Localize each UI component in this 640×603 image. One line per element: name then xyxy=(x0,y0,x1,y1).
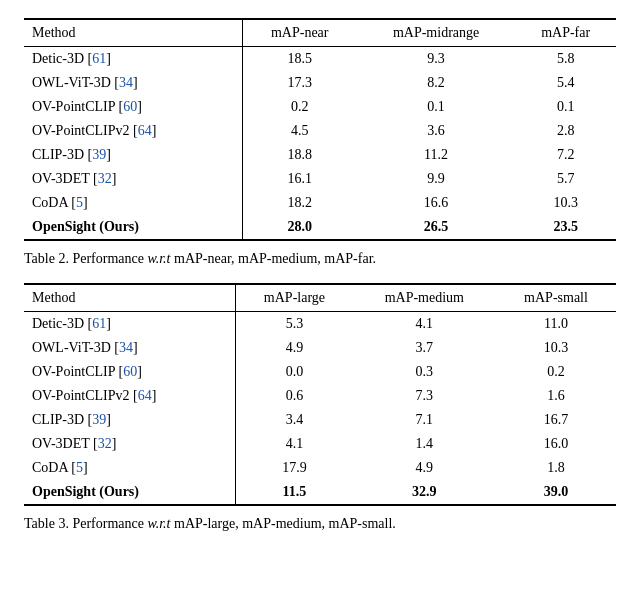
table-row: CoDA [5]17.94.91.8 xyxy=(24,456,616,480)
data-cell: 0.0 xyxy=(236,360,353,384)
table-row: Detic-3D [61]18.59.35.8 xyxy=(24,47,616,72)
data-cell: 3.4 xyxy=(236,408,353,432)
data-cell: 5.7 xyxy=(515,167,616,191)
data-cell: 7.1 xyxy=(353,408,496,432)
data-cell: 4.1 xyxy=(353,312,496,337)
data-cell: 23.5 xyxy=(515,215,616,240)
data-cell: 16.0 xyxy=(496,432,616,456)
data-cell: 0.2 xyxy=(496,360,616,384)
data-cell: 4.5 xyxy=(242,119,357,143)
method-cell: CLIP-3D [39] xyxy=(24,408,236,432)
method-cell: OV-PointCLIPv2 [64] xyxy=(24,384,236,408)
data-cell: 0.3 xyxy=(353,360,496,384)
data-cell: 16.1 xyxy=(242,167,357,191)
method-cell: OV-PointCLIP [60] xyxy=(24,95,242,119)
data-cell: 5.8 xyxy=(515,47,616,72)
table-row: OV-PointCLIP [60]0.20.10.1 xyxy=(24,95,616,119)
table1-header-row: Method mAP-near mAP-midrange mAP-far xyxy=(24,19,616,47)
table1-col-midrange: mAP-midrange xyxy=(357,19,515,47)
table2-col-method: Method xyxy=(24,284,236,312)
method-cell: OV-3DET [32] xyxy=(24,167,242,191)
data-cell: 3.7 xyxy=(353,336,496,360)
table1-caption: Table 2. Performance w.r.t mAP-near, mAP… xyxy=(24,251,616,267)
table-row: OV-3DET [32]16.19.95.7 xyxy=(24,167,616,191)
data-cell: 1.8 xyxy=(496,456,616,480)
data-cell: 3.6 xyxy=(357,119,515,143)
method-cell: CLIP-3D [39] xyxy=(24,143,242,167)
table2-caption-text: Table 3. Performance w.r.t mAP-large, mA… xyxy=(24,516,396,531)
method-cell: OWL-ViT-3D [34] xyxy=(24,336,236,360)
data-cell: 5.4 xyxy=(515,71,616,95)
data-cell: 0.1 xyxy=(515,95,616,119)
data-cell: 9.3 xyxy=(357,47,515,72)
data-cell: 26.5 xyxy=(357,215,515,240)
data-cell: 7.2 xyxy=(515,143,616,167)
data-cell: 0.2 xyxy=(242,95,357,119)
table-row: OpenSight (Ours)11.532.939.0 xyxy=(24,480,616,505)
data-cell: 10.3 xyxy=(496,336,616,360)
data-cell: 8.2 xyxy=(357,71,515,95)
data-cell: 11.2 xyxy=(357,143,515,167)
table2-caption: Table 3. Performance w.r.t mAP-large, mA… xyxy=(24,516,616,532)
method-cell: OV-PointCLIP [60] xyxy=(24,360,236,384)
data-cell: 11.5 xyxy=(236,480,353,505)
method-cell: Detic-3D [61] xyxy=(24,47,242,72)
data-cell: 16.7 xyxy=(496,408,616,432)
table-row: OWL-ViT-3D [34]4.93.710.3 xyxy=(24,336,616,360)
table2-header-row: Method mAP-large mAP-medium mAP-small xyxy=(24,284,616,312)
data-cell: 4.1 xyxy=(236,432,353,456)
data-cell: 18.8 xyxy=(242,143,357,167)
method-cell: CoDA [5] xyxy=(24,191,242,215)
data-cell: 0.1 xyxy=(357,95,515,119)
data-cell: 4.9 xyxy=(353,456,496,480)
method-cell: OV-PointCLIPv2 [64] xyxy=(24,119,242,143)
table-row: OV-PointCLIPv2 [64]4.53.62.8 xyxy=(24,119,616,143)
data-cell: 17.3 xyxy=(242,71,357,95)
data-cell: 1.6 xyxy=(496,384,616,408)
table-row: CLIP-3D [39]3.47.116.7 xyxy=(24,408,616,432)
table-row: Detic-3D [61]5.34.111.0 xyxy=(24,312,616,337)
method-cell: OpenSight (Ours) xyxy=(24,480,236,505)
method-cell: CoDA [5] xyxy=(24,456,236,480)
data-cell: 2.8 xyxy=(515,119,616,143)
data-cell: 7.3 xyxy=(353,384,496,408)
data-cell: 18.2 xyxy=(242,191,357,215)
data-cell: 10.3 xyxy=(515,191,616,215)
table-row: OV-PointCLIPv2 [64]0.67.31.6 xyxy=(24,384,616,408)
table-row: CLIP-3D [39]18.811.27.2 xyxy=(24,143,616,167)
table1: Method mAP-near mAP-midrange mAP-far Det… xyxy=(24,18,616,241)
table-row: OV-3DET [32]4.11.416.0 xyxy=(24,432,616,456)
table-row: OpenSight (Ours)28.026.523.5 xyxy=(24,215,616,240)
method-cell: OWL-ViT-3D [34] xyxy=(24,71,242,95)
table2: Method mAP-large mAP-medium mAP-small De… xyxy=(24,283,616,506)
method-cell: OpenSight (Ours) xyxy=(24,215,242,240)
data-cell: 18.5 xyxy=(242,47,357,72)
table-row: OWL-ViT-3D [34]17.38.25.4 xyxy=(24,71,616,95)
data-cell: 9.9 xyxy=(357,167,515,191)
table2-col-medium: mAP-medium xyxy=(353,284,496,312)
table-row: OV-PointCLIP [60]0.00.30.2 xyxy=(24,360,616,384)
data-cell: 0.6 xyxy=(236,384,353,408)
data-cell: 4.9 xyxy=(236,336,353,360)
method-cell: Detic-3D [61] xyxy=(24,312,236,337)
table1-col-near: mAP-near xyxy=(242,19,357,47)
table2-col-large: mAP-large xyxy=(236,284,353,312)
data-cell: 17.9 xyxy=(236,456,353,480)
data-cell: 39.0 xyxy=(496,480,616,505)
table1-col-far: mAP-far xyxy=(515,19,616,47)
table2-col-small: mAP-small xyxy=(496,284,616,312)
table1-col-method: Method xyxy=(24,19,242,47)
table-row: CoDA [5]18.216.610.3 xyxy=(24,191,616,215)
data-cell: 5.3 xyxy=(236,312,353,337)
data-cell: 11.0 xyxy=(496,312,616,337)
table1-caption-text: Table 2. Performance w.r.t mAP-near, mAP… xyxy=(24,251,376,266)
data-cell: 28.0 xyxy=(242,215,357,240)
data-cell: 32.9 xyxy=(353,480,496,505)
data-cell: 1.4 xyxy=(353,432,496,456)
method-cell: OV-3DET [32] xyxy=(24,432,236,456)
table2-container: Method mAP-large mAP-medium mAP-small De… xyxy=(24,283,616,506)
table1-container: Method mAP-near mAP-midrange mAP-far Det… xyxy=(24,18,616,241)
data-cell: 16.6 xyxy=(357,191,515,215)
